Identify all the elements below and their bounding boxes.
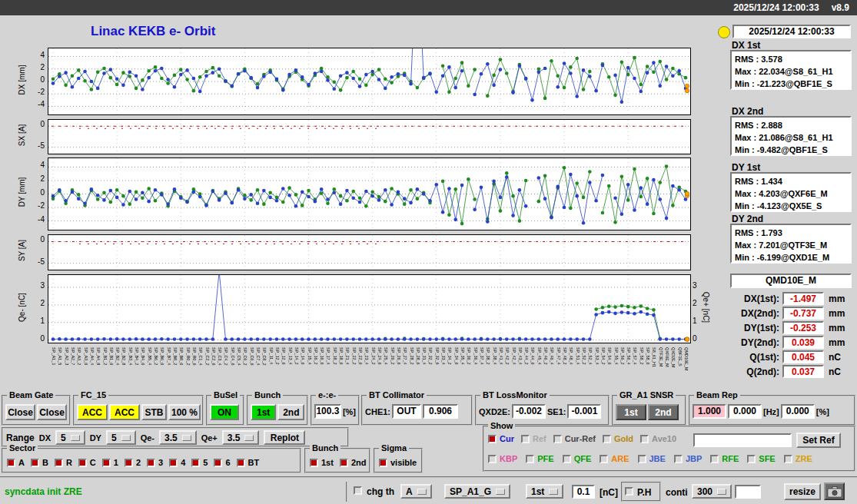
checkbox-item-sector-2[interactable]: 2: [125, 458, 141, 467]
sector-select[interactable]: A: [400, 484, 432, 499]
checkbox-sector-5[interactable]: [191, 459, 200, 467]
plot-sx[interactable]: [48, 119, 691, 154]
checkbox-show-KBP[interactable]: [488, 455, 497, 463]
y-tick-label: -2: [25, 201, 45, 210]
bunch-2nd-button[interactable]: 2nd: [277, 404, 304, 420]
checkbox-show-PFE[interactable]: [526, 455, 534, 463]
checkbox-sector-2[interactable]: [125, 459, 133, 467]
checkbox-item-show-ARE[interactable]: ARE: [600, 454, 629, 463]
bunch-1st-button[interactable]: 1st: [251, 404, 276, 420]
checkbox-show-JBE[interactable]: [638, 455, 646, 463]
blank-entry-input[interactable]: [735, 485, 761, 499]
checkbox-item-show-QFE[interactable]: QFE: [563, 454, 592, 463]
checkbox-sector-1[interactable]: [102, 459, 111, 467]
replot-button[interactable]: Replot: [264, 430, 305, 445]
plot-dx[interactable]: [48, 48, 691, 115]
range-qem-select[interactable]: 3.5: [159, 430, 197, 445]
checkbox-item-sector-C[interactable]: C: [78, 458, 96, 467]
checkbox-item-show-KBP[interactable]: KBP: [488, 454, 517, 463]
checkbox-bunch-1st[interactable]: [310, 459, 318, 467]
checkbox-show-ARE[interactable]: [600, 455, 608, 463]
checkbox-item-sector-1[interactable]: 1: [102, 458, 118, 467]
checkbox-item-show-Cur[interactable]: Cur: [488, 434, 514, 443]
checkbox-show-SFE[interactable]: [747, 455, 756, 463]
monitor-row-value: -0.737: [782, 307, 824, 320]
dropdown-indicator-icon: [549, 489, 558, 495]
checkbox-show-Gold[interactable]: [603, 435, 611, 443]
threshold-input[interactable]: [572, 485, 595, 499]
checkbox-item-show-Cur-Ref[interactable]: Cur-Ref: [553, 434, 596, 443]
fc15-stb-button[interactable]: STB: [141, 404, 167, 420]
beam-gate-close-1-button[interactable]: Close: [5, 404, 35, 420]
checkbox-item-show-RFE[interactable]: RFE: [710, 454, 739, 463]
dropdown-indicator-icon: [717, 489, 726, 495]
range-qep-select[interactable]: 3.5: [222, 430, 260, 445]
checkbox-show-QFE[interactable]: [563, 455, 571, 463]
checkbox-item-sector-5[interactable]: 5: [191, 458, 208, 467]
label-show-ZRE: ZRE: [796, 454, 812, 463]
checkbox-bunch-2nd[interactable]: [340, 459, 348, 467]
checkbox-show-Cur[interactable]: [488, 435, 497, 443]
checkbox-show-JBP[interactable]: [674, 455, 683, 463]
checkbox-show-Cur-Ref[interactable]: [553, 435, 562, 443]
checkbox-sector-6[interactable]: [214, 459, 222, 467]
screenshot-button[interactable]: [824, 482, 845, 500]
svg-text:SP_47_4: SP_47_4: [556, 347, 561, 365]
checkbox-item-sector-B[interactable]: B: [31, 458, 48, 467]
checkbox-item-sector-3[interactable]: 3: [147, 458, 163, 467]
checkbox-item-show-JBE[interactable]: JBE: [638, 454, 666, 463]
interval-select[interactable]: 300: [692, 484, 732, 499]
checkbox-show-ZRE[interactable]: [784, 455, 792, 463]
checkbox-sector-R[interactable]: [55, 459, 63, 467]
checkbox-item-sector-4[interactable]: 4: [169, 458, 185, 467]
checkbox-item-sector-R[interactable]: R: [55, 458, 72, 467]
range-qem-label: Qe-: [141, 433, 154, 443]
ph-checkbox[interactable]: [625, 487, 633, 496]
checkbox-show-Ave10[interactable]: [640, 435, 649, 443]
checkbox-item-show-JBP[interactable]: JBP: [674, 454, 702, 463]
beam-gate-close-2-button[interactable]: Close: [37, 404, 67, 420]
checkbox-item-show-Ave10[interactable]: Ave10: [640, 434, 676, 443]
y-tick-label: 4: [25, 161, 45, 169]
checkbox-item-sigma-visible[interactable]: visible: [379, 458, 417, 467]
busel-on-button[interactable]: ON: [210, 404, 239, 420]
checkbox-sector-B[interactable]: [31, 459, 39, 467]
checkbox-item-show-Ref[interactable]: Ref: [521, 434, 546, 443]
checkbox-sector-4[interactable]: [169, 459, 178, 467]
checkbox-item-bunch-2nd[interactable]: 2nd: [340, 458, 367, 467]
checkbox-sector-BT[interactable]: [237, 459, 245, 467]
plot-sy[interactable]: [48, 234, 691, 270]
fc15-acc1-button[interactable]: ACC: [77, 404, 108, 420]
checkbox-show-Ref[interactable]: [521, 435, 530, 443]
svg-text:SP_28_6: SP_28_6: [416, 347, 420, 365]
range-dy-select[interactable]: 5: [106, 430, 136, 445]
chg-th-checkbox[interactable]: [354, 486, 362, 495]
checkbox-item-sector-A[interactable]: A: [7, 458, 25, 467]
checkbox-item-sector-BT[interactable]: BT: [237, 458, 260, 467]
gra1-1st-button[interactable]: 1st: [616, 404, 646, 420]
gra1-2nd-button[interactable]: 2nd: [648, 404, 679, 420]
checkbox-sector-A[interactable]: [7, 459, 15, 467]
plot-qe[interactable]: [48, 274, 691, 343]
range-dx-select[interactable]: 5: [55, 430, 85, 445]
checkbox-item-bunch-1st[interactable]: 1st: [310, 458, 334, 467]
checkbox-sector-C[interactable]: [78, 459, 87, 467]
checkbox-item-show-ZRE[interactable]: ZRE: [784, 454, 812, 463]
checkbox-item-show-Gold[interactable]: Gold: [603, 434, 633, 443]
checkbox-item-show-PFE[interactable]: PFE: [526, 454, 553, 463]
checkbox-sector-3[interactable]: [147, 459, 155, 467]
bunch-select[interactable]: 1st: [526, 484, 563, 499]
fc15-acc2-button[interactable]: ACC: [109, 404, 140, 420]
bunch-select-value: 1st: [531, 486, 544, 497]
resize-button[interactable]: resize: [784, 483, 821, 500]
checkbox-item-show-SFE[interactable]: SFE: [747, 454, 775, 463]
checkbox-show-RFE[interactable]: [710, 455, 719, 463]
plot-dy[interactable]: [48, 158, 691, 230]
checkbox-item-sector-6[interactable]: 6: [214, 458, 230, 467]
svg-text:SP_18_2: SP_18_2: [333, 347, 337, 365]
ref-entry-input[interactable]: [693, 433, 792, 447]
fc15-percent-button[interactable]: 100 %: [168, 404, 201, 420]
monitor-select[interactable]: SP_A1_G: [444, 484, 510, 499]
checkbox-sigma-visible[interactable]: [379, 459, 387, 467]
set-ref-button[interactable]: Set Ref: [796, 433, 841, 448]
